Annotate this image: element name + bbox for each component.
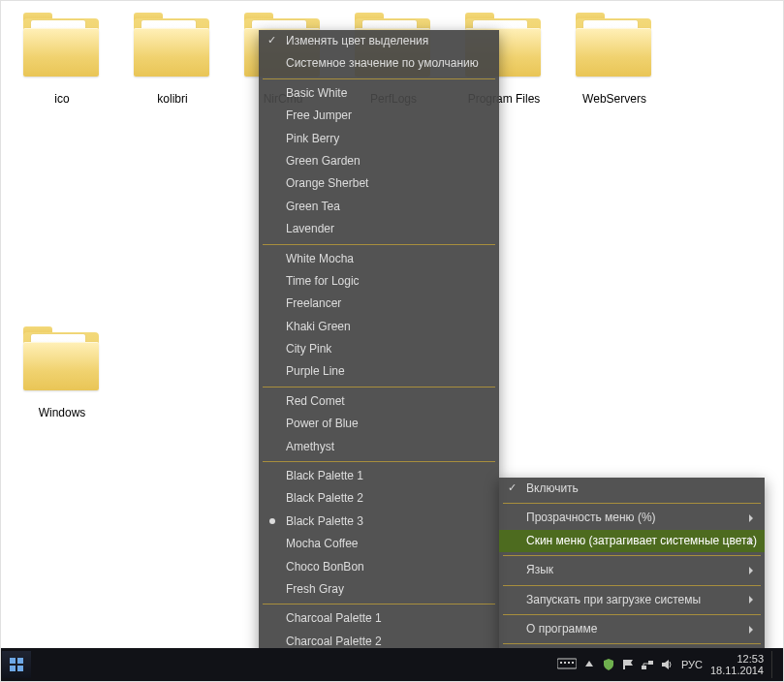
- language-indicator[interactable]: РУС: [681, 659, 703, 670]
- folder-label: ico: [54, 92, 69, 106]
- menu-item[interactable]: Green Tea: [259, 196, 499, 218]
- volume-icon[interactable]: [660, 658, 674, 671]
- menu-item[interactable]: Включить: [499, 478, 765, 500]
- menu-item[interactable]: Purple Line: [259, 360, 499, 383]
- folder-windows[interactable]: Windows: [9, 326, 115, 433]
- menu-separator: [263, 244, 495, 245]
- menu-separator: [503, 585, 761, 586]
- folder-icon: [130, 13, 215, 88]
- folder-icon: [19, 326, 105, 402]
- menu-separator: [263, 78, 495, 79]
- folder-icon: [572, 13, 657, 88]
- menu-item[interactable]: Khaki Green: [259, 316, 499, 338]
- skin-menu: Изменять цвет выделенияСистемное значени…: [259, 30, 499, 682]
- menu-item[interactable]: Power of Blue: [259, 413, 499, 435]
- start-button[interactable]: [2, 651, 31, 678]
- menu-item[interactable]: Запускать при загрузке системы: [499, 589, 765, 611]
- clock[interactable]: 12:53 18.11.2014: [710, 653, 764, 676]
- flag-icon[interactable]: [621, 658, 635, 671]
- menu-item[interactable]: Black Palette 3: [259, 511, 499, 533]
- menu-item[interactable]: Изменять цвет выделения: [259, 30, 499, 52]
- clock-time: 12:53: [710, 653, 764, 665]
- menu-item[interactable]: Free Jumper: [259, 105, 499, 127]
- menu-item[interactable]: Скин меню (затрагивает системные цвета): [499, 530, 765, 552]
- menu-item[interactable]: О программе: [499, 618, 765, 640]
- taskbar: РУС 12:53 18.11.2014: [1, 648, 783, 681]
- svg-rect-8: [572, 662, 574, 664]
- svg-rect-9: [623, 660, 625, 669]
- folder-icon: [19, 13, 105, 88]
- menu-separator: [263, 461, 495, 462]
- menu-separator: [263, 387, 495, 388]
- folder-label: kolibri: [157, 92, 187, 106]
- folder-label: WebServers: [582, 92, 646, 106]
- keyboard-icon[interactable]: [557, 657, 577, 672]
- menu-item[interactable]: Red Comet: [259, 390, 499, 413]
- menu-item[interactable]: Orange Sherbet: [259, 172, 499, 195]
- folder-label: Windows: [39, 406, 86, 419]
- menu-separator: [263, 604, 495, 604]
- svg-rect-7: [568, 662, 570, 664]
- menu-item[interactable]: Basic White: [259, 82, 499, 105]
- svg-rect-1: [17, 658, 23, 664]
- menu-item[interactable]: Green Garden: [259, 150, 499, 172]
- menu-item[interactable]: Fresh Gray: [259, 578, 499, 601]
- show-desktop[interactable]: [771, 651, 777, 678]
- tray-icons: [602, 658, 674, 671]
- menu-item[interactable]: Black Palette 1: [259, 465, 499, 487]
- menu-separator: [503, 614, 761, 615]
- menu-item[interactable]: Choco BonBon: [259, 556, 499, 578]
- menu-item[interactable]: Mocha Coffee: [259, 533, 499, 555]
- menu-item[interactable]: Time for Logic: [259, 270, 499, 293]
- menu-item[interactable]: White Mocha: [259, 248, 499, 270]
- menu-item[interactable]: Прозрачность меню (%): [499, 507, 765, 529]
- menu-item[interactable]: Amethyst: [259, 436, 499, 458]
- menu-item[interactable]: Системное значение по умолчанию: [259, 52, 499, 75]
- menu-item[interactable]: Pink Berry: [259, 128, 499, 150]
- shield-icon[interactable]: [602, 658, 615, 671]
- svg-rect-3: [17, 666, 23, 671]
- clock-date: 18.11.2014: [710, 665, 764, 676]
- tray-up-icon[interactable]: [584, 659, 594, 670]
- network-icon[interactable]: [641, 658, 654, 671]
- svg-rect-10: [642, 666, 646, 669]
- folder-ico[interactable]: ico: [9, 13, 115, 119]
- menu-item[interactable]: Freelancer: [259, 293, 499, 315]
- menu-item[interactable]: Charcoal Palette 1: [259, 607, 499, 630]
- menu-separator: [503, 555, 761, 556]
- menu-separator: [503, 503, 761, 504]
- menu-item[interactable]: Black Palette 2: [259, 487, 499, 510]
- menu-item[interactable]: City Pink: [259, 338, 499, 360]
- svg-rect-5: [560, 662, 562, 664]
- menu-item[interactable]: Lavender: [259, 218, 499, 240]
- svg-rect-6: [564, 662, 566, 664]
- svg-rect-2: [10, 666, 16, 671]
- menu-separator: [503, 643, 761, 644]
- folder-webservers[interactable]: WebServers: [561, 13, 668, 119]
- menu-item[interactable]: Язык: [499, 559, 765, 581]
- svg-rect-0: [10, 658, 16, 664]
- settings-menu: ВключитьПрозрачность меню (%)Скин меню (…: [499, 478, 765, 670]
- folder-kolibri[interactable]: kolibri: [119, 13, 226, 119]
